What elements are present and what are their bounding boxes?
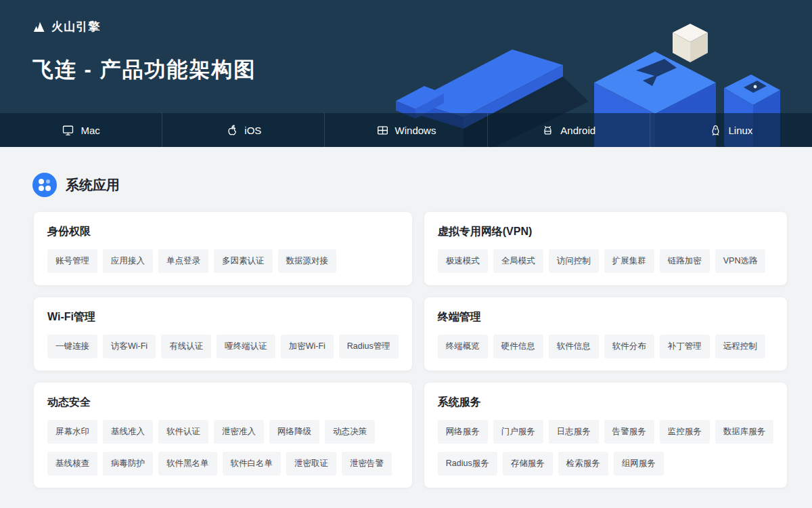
card-title: Wi-Fi管理: [47, 310, 399, 324]
feature-chip: 组网服务: [614, 452, 664, 475]
feature-chip: 访问控制: [549, 249, 599, 273]
volcano-mountain-icon: [32, 20, 46, 34]
feature-chip: 存储服务: [503, 452, 553, 475]
feature-chip: 远程控制: [715, 335, 765, 358]
chip-row: 网络服务门户服务日志服务告警服务监控服务数据库服务: [438, 420, 774, 444]
feature-card: 终端管理终端概览硬件信息软件信息软件分布补丁管理远程控制: [424, 297, 788, 371]
tab-ios[interactable]: iOS: [162, 113, 324, 147]
tab-android[interactable]: Android: [487, 113, 650, 147]
chip-row: 极速模式全局模式访问控制扩展集群链路加密VPN选路: [438, 249, 774, 273]
chip-rows: 账号管理应用接入单点登录多因素认证数据源对接: [47, 249, 399, 273]
feature-chip: 网络服务: [438, 420, 488, 444]
linux-icon: [709, 124, 722, 137]
feature-chip: 泄密取证: [286, 452, 336, 475]
page-title: 飞连 - 产品功能架构图: [32, 56, 256, 84]
feature-chip: 监控服务: [660, 420, 710, 444]
feature-chip: 哑终端认证: [217, 335, 275, 358]
feature-chip: 泄密告警: [342, 452, 392, 475]
feature-chip: 扩展集群: [604, 249, 654, 273]
ios-icon: [225, 124, 238, 137]
chip-rows: 一键连接访客Wi-Fi有线认证哑终端认证加密Wi-FiRadius管理: [47, 335, 399, 358]
mac-icon: [62, 124, 74, 137]
chip-row: Radius服务存储服务检索服务组网服务: [438, 452, 774, 475]
feature-chip: 补丁管理: [660, 335, 710, 358]
feature-chip: 软件黑名单: [158, 452, 217, 475]
feature-chip: 检索服务: [558, 452, 608, 475]
app-grid-icon: [32, 173, 57, 197]
feature-chip: 软件认证: [158, 420, 208, 444]
chip-rows: 屏幕水印基线准入软件认证泄密准入网络降级动态决策基线核查病毒防护软件黑名单软件白…: [47, 420, 399, 475]
feature-card: 系统服务网络服务门户服务日志服务告警服务监控服务数据库服务Radius服务存储服…: [424, 383, 788, 488]
feature-chip: 软件信息: [549, 335, 599, 358]
feature-chip: 硬件信息: [493, 335, 543, 358]
tab-linux[interactable]: Linux: [650, 113, 812, 147]
feature-chip: 告警服务: [604, 420, 654, 444]
feature-chip: 应用接入: [103, 249, 153, 273]
feature-chip: 一键连接: [47, 335, 97, 358]
brand-name: 火山引擎: [51, 19, 100, 35]
hero-banner: 火山引擎 飞连 - 产品功能架构图 MaciOSWindowsAndroidLi…: [0, 0, 812, 147]
card-title: 终端管理: [438, 310, 774, 324]
chip-row: 一键连接访客Wi-Fi有线认证哑终端认证加密Wi-FiRadius管理: [47, 335, 399, 358]
platform-tabbar: MaciOSWindowsAndroidLinux: [0, 113, 812, 147]
feature-chip: 全局模式: [493, 249, 543, 273]
chip-rows: 终端概览硬件信息软件信息软件分布补丁管理远程控制: [438, 335, 774, 358]
feature-chip: 数据源对接: [278, 249, 337, 273]
brand-logo: 火山引擎: [32, 19, 100, 35]
windows-icon: [376, 124, 389, 137]
section-header: 系统应用: [32, 173, 778, 197]
feature-chip: 软件分布: [604, 335, 654, 358]
section-title: 系统应用: [66, 176, 120, 194]
card-title: 身份权限: [47, 224, 399, 239]
feature-card-grid: 身份权限账号管理应用接入单点登录多因素认证数据源对接虚拟专用网络(VPN)极速模…: [34, 212, 778, 488]
chip-row: 基线核查病毒防护软件黑名单软件白名单泄密取证泄密告警: [47, 452, 399, 475]
card-title: 虚拟专用网络(VPN): [438, 224, 774, 239]
chip-row: 屏幕水印基线准入软件认证泄密准入网络降级动态决策: [47, 420, 399, 444]
tab-mac[interactable]: Mac: [0, 113, 162, 147]
card-title: 系统服务: [438, 395, 774, 410]
feature-card: 动态安全屏幕水印基线准入软件认证泄密准入网络降级动态决策基线核查病毒防护软件黑名…: [34, 383, 412, 488]
tab-label: Android: [560, 125, 595, 136]
tab-label: iOS: [244, 125, 261, 136]
feature-chip: 基线准入: [103, 420, 153, 444]
feature-chip: 有线认证: [161, 335, 211, 358]
feature-chip: 链路加密: [660, 249, 710, 273]
tab-label: Windows: [395, 125, 436, 136]
feature-chip: 泄密准入: [214, 420, 264, 444]
tab-label: Linux: [728, 125, 752, 136]
tab-label: Mac: [81, 125, 99, 136]
feature-card: Wi-Fi管理一键连接访客Wi-Fi有线认证哑终端认证加密Wi-FiRadius…: [34, 297, 412, 371]
feature-chip: 访客Wi-Fi: [103, 335, 156, 358]
chip-row: 账号管理应用接入单点登录多因素认证数据源对接: [47, 249, 399, 273]
content-area: 系统应用 身份权限账号管理应用接入单点登录多因素认证数据源对接虚拟专用网络(VP…: [0, 147, 812, 508]
feature-chip: 多因素认证: [214, 249, 273, 273]
feature-chip: 软件白名单: [223, 452, 281, 475]
feature-chip: 网络降级: [269, 420, 319, 444]
feature-chip: 屏幕水印: [47, 420, 97, 444]
chip-rows: 极速模式全局模式访问控制扩展集群链路加密VPN选路: [438, 249, 774, 273]
feature-chip: Radius管理: [339, 335, 399, 358]
feature-chip: 加密Wi-Fi: [281, 335, 334, 358]
tab-windows[interactable]: Windows: [324, 113, 487, 147]
feature-card: 身份权限账号管理应用接入单点登录多因素认证数据源对接: [34, 212, 412, 285]
feature-chip: 动态决策: [325, 420, 375, 444]
feature-chip: 数据库服务: [715, 420, 774, 444]
feature-chip: 基线核查: [47, 452, 97, 475]
card-title: 动态安全: [47, 395, 399, 410]
feature-chip: 终端概览: [438, 335, 488, 358]
chip-row: 终端概览硬件信息软件信息软件分布补丁管理远程控制: [438, 335, 774, 358]
feature-chip: 门户服务: [493, 420, 543, 444]
chip-rows: 网络服务门户服务日志服务告警服务监控服务数据库服务Radius服务存储服务检索服…: [438, 420, 774, 475]
feature-chip: 日志服务: [549, 420, 599, 444]
feature-chip: 病毒防护: [103, 452, 153, 475]
feature-chip: 单点登录: [158, 249, 208, 273]
feature-chip: 极速模式: [438, 249, 488, 273]
android-icon: [541, 124, 554, 137]
feature-card: 虚拟专用网络(VPN)极速模式全局模式访问控制扩展集群链路加密VPN选路: [424, 212, 788, 285]
feature-chip: Radius服务: [438, 452, 497, 475]
feature-chip: VPN选路: [715, 249, 766, 273]
feature-chip: 账号管理: [47, 249, 97, 273]
